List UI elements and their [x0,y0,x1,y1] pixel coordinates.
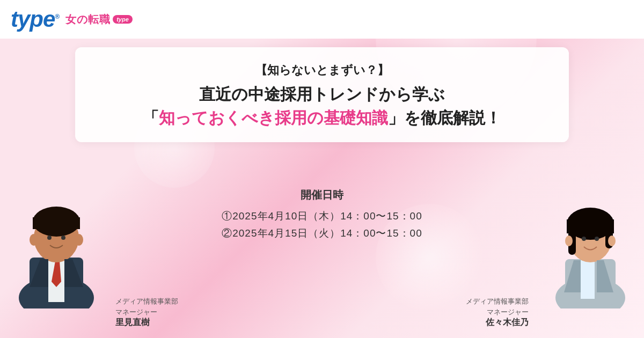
svg-point-10 [47,236,52,240]
onna-logo: 女の転職 type [65,12,133,27]
title-line1: 直近の中途採用トレンドから学ぶ [199,85,445,103]
svg-rect-7 [33,217,80,229]
card-title: 直近の中途採用トレンドから学ぶ 「知っておくべき採用の基礎知識」を徹底解説！ [97,83,547,129]
speaker-right-name: 佐々木佳乃 [466,317,529,328]
card-subtitle: 【知らないとまずい？】 [97,62,547,78]
svg-point-25 [582,237,586,241]
type-logo-text: type [11,6,55,32]
speaker-right-avatar [534,185,644,308]
speaker-left-name: 里見直樹 [115,317,178,328]
speaker-right-info: メディア情報事業部 マネージャー 佐々木佳乃 [466,296,529,328]
svg-point-24 [608,236,616,246]
speaker-left-dept: メディア情報事業部 [115,296,178,307]
onna-badge: type [113,15,133,24]
main-card: 【知らないとまずい？】 直近の中途採用トレンドから学ぶ 「知っておくべき採用の基… [75,47,569,142]
type-logo: type® [11,8,59,31]
svg-point-26 [595,237,599,241]
title-prefix: 「 [143,109,159,127]
svg-point-23 [565,236,573,246]
speaker-left-info: メディア情報事業部 マネージャー 里見直樹 [115,296,178,328]
svg-point-11 [61,236,65,240]
svg-rect-16 [581,260,595,299]
onna-text: 女の転職 [65,12,111,27]
speaker-right-dept: メディア情報事業部 [466,296,529,307]
type-logo-sup: ® [55,13,59,20]
speaker-left-role: マネージャー [115,307,178,318]
header: type® 女の転職 type [0,0,644,39]
title-suffix: 」を徹底解説！ [388,109,501,127]
title-highlight: 知っておくべき採用の基礎知識 [159,109,388,127]
speaker-left-avatar [0,180,115,308]
speaker-right-role: マネージャー [466,307,529,318]
svg-point-9 [75,234,83,246]
page-wrapper: type® 女の転職 type 【知らないとまずい？】 直近の中途採用トレンドか… [0,0,644,338]
svg-point-8 [30,234,38,246]
